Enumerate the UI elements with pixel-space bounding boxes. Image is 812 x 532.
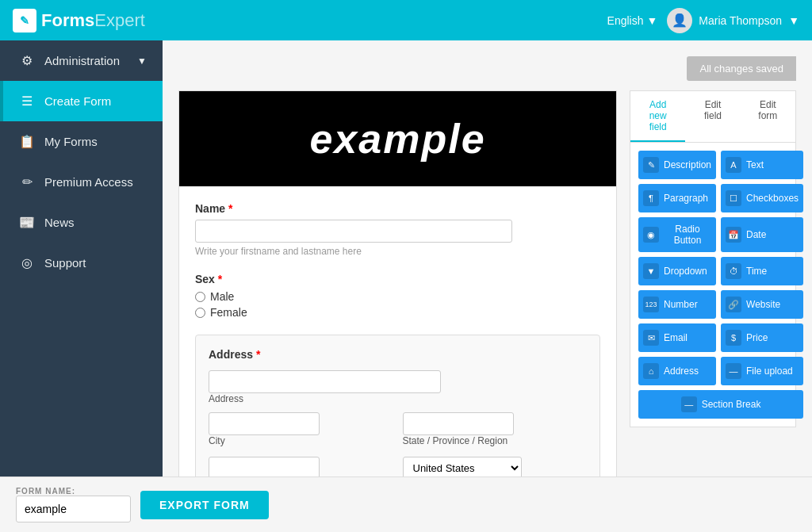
text-icon: A [726,157,741,173]
city-label: City [209,435,393,446]
radio-male-label: Male [210,290,234,303]
sex-field-group: Sex * Male Female [195,273,600,319]
field-btn-date[interactable]: 📅 Date [721,217,803,252]
field-btn-website[interactable]: 🔗 Website [721,290,803,319]
radio-female-input[interactable] [195,308,205,318]
city-input[interactable] [209,412,320,435]
bottom-bar: FORM NAME: EXPORT FORM [0,477,812,532]
logo-icon: ✎ [13,9,36,33]
address-btn-label: Address [664,366,699,377]
logo: ✎ FormsExpert [13,9,145,33]
radio-female[interactable]: Female [195,306,600,319]
premium-access-icon: ✏ [19,174,35,189]
field-btn-section-break[interactable]: — Section Break [638,390,803,419]
zipcode-input[interactable] [209,457,320,477]
state-field: State / Province / Region [403,412,588,449]
email-btn-label: Email [664,332,688,343]
field-btn-email[interactable]: ✉ Email [638,323,716,352]
tab-add-new-field[interactable]: Add new field [630,91,685,142]
user-name: Maria Thompson [699,14,782,27]
news-icon: 📰 [19,215,35,230]
price-icon: $ [726,330,741,346]
avatar: 👤 [667,8,692,33]
address-sub-label: Address [209,393,587,404]
number-icon: 123 [643,297,659,312]
user-chevron-icon: ▼ [788,14,799,27]
sidebar: ⚙ Administration ▼ ☰ Create Form 📋 My Fo… [0,40,163,477]
field-btn-checkboxes[interactable]: ☐ Checkboxes [721,184,803,212]
form-name-input[interactable] [16,496,131,522]
my-forms-icon: 📋 [19,134,35,149]
tab-edit-field[interactable]: Edit field [685,91,740,142]
language-chevron-icon: ▼ [646,14,657,27]
sidebar-label-support: Support [44,256,86,270]
field-btn-description[interactable]: ✎ Description [638,151,716,179]
export-form-button[interactable]: EXPORT FORM [140,491,269,519]
field-btn-price[interactable]: $ Price [721,323,803,352]
address-input[interactable] [209,370,441,393]
name-field-group: Name * Write your firstname and lastname… [195,202,600,257]
state-input[interactable] [403,412,514,435]
paragraph-icon: ¶ [643,190,659,206]
user-info[interactable]: 👤 Maria Thompson ▼ [667,8,799,33]
form-name-label: FORM NAME: [16,487,131,496]
field-btn-address[interactable]: ⌂ Address [638,357,716,385]
sidebar-item-my-forms[interactable]: 📋 My Forms [0,121,163,162]
time-btn-label: Time [746,266,767,277]
address-required-star: * [256,348,260,361]
radio-button-icon: ◉ [643,227,659,243]
language-selector[interactable]: English ▼ [607,14,658,27]
radio-female-label: Female [210,306,247,319]
sidebar-label-create-form: Create Form [44,94,111,108]
address-full-row: Address [209,370,587,404]
field-btn-file-upload[interactable]: — File upload [721,357,803,385]
name-input[interactable] [195,220,512,243]
sidebar-item-premium-access[interactable]: ✏ Premium Access [0,162,163,202]
address-zipcode-country-row: Zipcode United States Country [209,457,587,477]
name-required-star: * [228,202,232,215]
file-upload-btn-label: File upload [746,366,793,377]
right-panel: Add new field Edit field Edit form ✎ Des… [630,90,796,427]
sidebar-item-news[interactable]: 📰 News [0,202,163,243]
panel-tabs: Add new field Edit field Edit form [630,90,796,143]
field-buttons-grid: ✎ Description A Text ¶ Paragraph ☐ Check… [630,143,796,427]
field-btn-number[interactable]: 123 Number [638,290,716,319]
sidebar-item-create-form[interactable]: ☰ Create Form [0,81,163,121]
text-btn-label: Text [746,159,764,170]
sidebar-item-administration[interactable]: ⚙ Administration ▼ [0,40,163,81]
field-btn-time[interactable]: ⏱ Time [721,257,803,285]
sidebar-label-my-forms: My Forms [44,135,98,148]
sex-label: Sex * [195,273,600,285]
field-btn-paragraph[interactable]: ¶ Paragraph [638,184,716,212]
radio-male-input[interactable] [195,292,205,302]
description-btn-label: Description [664,159,711,170]
field-btn-radio-button[interactable]: ◉ Radio Button [638,217,716,252]
date-icon: 📅 [726,227,741,243]
country-select[interactable]: United States [403,457,522,477]
section-break-btn-label: Section Break [702,399,761,410]
main-layout: ⚙ Administration ▼ ☰ Create Form 📋 My Fo… [0,40,812,477]
form-name-section: FORM NAME: [16,487,131,522]
tab-edit-form[interactable]: Edit form [741,91,795,142]
city-field: City [209,412,393,449]
radio-male[interactable]: Male [195,290,600,303]
logo-expert: Expert [94,10,145,31]
header-right: English ▼ 👤 Maria Thompson ▼ [607,8,799,33]
logo-forms: Forms [41,10,94,31]
form-logo: example [179,91,616,186]
status-badge: All changes saved [687,56,796,81]
time-icon: ⏱ [726,263,741,279]
field-btn-text[interactable]: A Text [721,151,803,179]
form-canvas: example Name * Write your firstname and … [178,90,617,477]
checkboxes-btn-label: Checkboxes [746,193,799,204]
address-block: Address * Address City [195,335,600,477]
sidebar-label-news: News [44,216,75,229]
date-btn-label: Date [746,229,766,240]
state-label: State / Province / Region [403,435,588,446]
field-btn-dropdown[interactable]: ▼ Dropdown [638,257,716,285]
sidebar-item-support[interactable]: ◎ Support [0,243,163,283]
administration-icon: ⚙ [19,53,35,68]
radio-btn-label: Radio Button [664,224,711,246]
website-icon: 🔗 [726,297,741,312]
dropdown-icon: ▼ [643,263,659,279]
